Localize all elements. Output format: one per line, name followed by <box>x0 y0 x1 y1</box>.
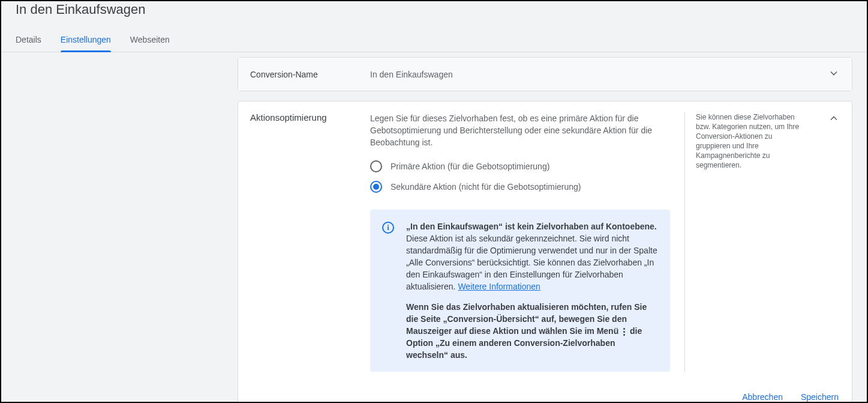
more-info-link[interactable]: Weitere Informationen <box>458 282 540 291</box>
cancel-button[interactable]: Abbrechen <box>742 392 783 402</box>
radio-primary-label: Primäre Aktion (für die Gebotsoptimierun… <box>391 162 549 171</box>
conversion-name-card[interactable]: Conversion-Name In den Einkaufswagen <box>238 57 852 91</box>
chevron-up-icon[interactable] <box>828 112 840 126</box>
chevron-down-icon <box>828 67 840 81</box>
conversion-name-label: Conversion-Name <box>250 70 370 79</box>
info-paragraph-1: „In den Einkaufswagen“ ist kein Zielvorh… <box>406 220 658 292</box>
radio-secondary-action[interactable]: Sekundäre Aktion (nicht für die Gebotsop… <box>370 181 670 193</box>
tab-details[interactable]: Details <box>16 29 41 52</box>
radio-primary-action[interactable]: Primäre Aktion (für die Gebotsoptimierun… <box>370 160 670 172</box>
more-vert-icon <box>623 328 625 336</box>
radio-secondary-label: Sekundäre Aktion (nicht für die Gebotsop… <box>391 182 581 192</box>
action-optimization-card: Aktionsoptimierung Legen Sie für dieses … <box>238 101 852 403</box>
action-optimization-label: Aktionsoptimierung <box>250 112 370 123</box>
radio-icon-selected <box>370 181 382 193</box>
tab-settings[interactable]: Einstellungen <box>61 29 111 52</box>
tabs: Details Einstellungen Webseiten <box>1 29 867 52</box>
info-box: i „In den Einkaufswagen“ ist kein Zielvo… <box>370 210 670 372</box>
side-help-text: Sie können diese Zielvorhaben bzw. Kateg… <box>696 112 806 170</box>
save-button[interactable]: Speichern <box>801 392 839 402</box>
info-bold-lead: „In den Einkaufswagen“ ist kein Zielvorh… <box>406 222 657 231</box>
radio-icon <box>370 160 382 172</box>
action-optimization-description: Legen Sie für dieses Zielvorhaben fest, … <box>370 112 670 148</box>
conversion-name-value: In den Einkaufswagen <box>370 70 828 79</box>
info-icon: i <box>382 222 394 234</box>
info-paragraph-2: Wenn Sie das Zielvorhaben aktualisieren … <box>406 301 658 361</box>
tab-webpages[interactable]: Webseiten <box>130 29 170 52</box>
info-para2-a: Wenn Sie das Zielvorhaben aktualisieren … <box>406 302 647 336</box>
page-title: In den Einkaufswagen <box>16 1 852 18</box>
